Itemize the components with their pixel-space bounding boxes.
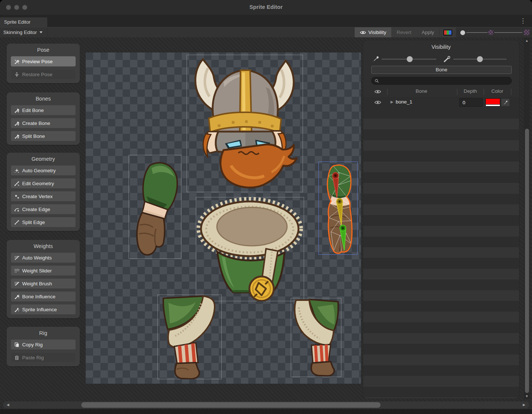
weight-slider-icon (14, 268, 20, 274)
edit-bone-icon (14, 108, 20, 113)
scroll-right-icon[interactable]: ▶ (523, 403, 525, 407)
button-label: Split Edge (22, 220, 45, 225)
alpha-zoom-sliders (456, 27, 532, 37)
sidebar-button-restore-pose[interactable]: Restore Pose (11, 69, 76, 79)
weight-brush-icon (14, 281, 20, 286)
section-title: Weights (11, 243, 76, 249)
horizontal-scrollbar[interactable]: ◀ ▶ (3, 401, 529, 408)
bone-color-swatch[interactable] (485, 98, 500, 106)
scroll-down-icon[interactable]: ▼ (524, 394, 530, 398)
rgb-channels-icon (443, 30, 452, 35)
section-title: Bones (11, 96, 76, 102)
copy-rig-icon (14, 342, 20, 347)
apply-button[interactable]: Apply (416, 27, 439, 37)
button-label: Copy Rig (22, 342, 43, 347)
visibility-toggle-button[interactable]: Visibility (355, 27, 392, 37)
viking-torso-sprite[interactable] (196, 197, 304, 301)
sidebar-button-bone-influence[interactable]: Bone Influence (11, 291, 76, 302)
sidebar-button-auto-geometry[interactable]: Auto Geometry (11, 165, 76, 176)
section-title: Rig (11, 330, 76, 336)
auto-weights-icon (14, 255, 20, 261)
slider-handle[interactable] (477, 56, 483, 62)
column-bone[interactable]: Bone (416, 88, 427, 94)
scroll-left-icon[interactable]: ◀ (7, 403, 9, 407)
viking-arm-selected-mesh-sprite[interactable] (318, 162, 358, 255)
eye-icon (374, 89, 381, 94)
revert-button[interactable]: Revert (391, 27, 416, 37)
sprite-canvas[interactable] (86, 52, 361, 384)
button-label: Paste Rig (22, 355, 44, 360)
sidebar-section-pose: PosePreview PoseRestore Pose (7, 44, 80, 83)
button-label: Auto Geometry (22, 168, 56, 173)
eyedropper-icon (503, 100, 508, 105)
scroll-up-icon[interactable]: ▲ (524, 39, 530, 43)
sprite-influence-icon (14, 307, 20, 312)
sidebar-button-edit-bone[interactable]: Edit Bone (11, 105, 76, 115)
sidebar-button-create-bone[interactable]: Create Bone (11, 118, 76, 128)
sidebar-section-geometry: GeometryAuto GeometryEdit GeometryCreate… (7, 153, 80, 231)
column-depth[interactable]: Depth (464, 88, 477, 94)
visibility-eye-icon[interactable] (374, 100, 381, 105)
paste-rig-icon (14, 355, 20, 360)
sidebar-button-sprite-influence[interactable]: Sprite Influence (11, 304, 76, 315)
expand-arrow-icon[interactable]: ▶ (391, 100, 393, 104)
button-label: Weight Slider (22, 268, 52, 274)
visibility-panel: Visibility Bone Bone Depth (363, 40, 519, 399)
button-label: Sprite Influence (22, 307, 57, 312)
bone-influence-icon (14, 294, 20, 299)
kebab-menu-icon[interactable]: ⋮ (520, 17, 526, 26)
button-label: Split Bone (22, 133, 45, 139)
bone-opacity-slider[interactable] (372, 55, 438, 63)
skinning-editor-dropdown[interactable]: Skinning Editor (0, 27, 47, 37)
sidebar-button-auto-weights[interactable]: Auto Weights (11, 252, 76, 263)
vertical-scrollbar-thumb[interactable] (525, 129, 529, 393)
chevron-down-icon (40, 31, 42, 33)
sidebar-button-create-edge[interactable]: Create Edge (11, 204, 76, 214)
main-area: PosePreview PoseRestore PoseBonesEdit Bo… (0, 37, 532, 414)
sidebar-section-weights: WeightsAuto WeightsWeight SliderWeight B… (7, 240, 80, 318)
tab-sprite-editor[interactable]: Sprite Editor (0, 17, 47, 27)
restore-pose-icon (14, 72, 20, 77)
auto-geometry-icon (14, 168, 20, 173)
empty-rows-stripes (363, 108, 519, 398)
sidebar-button-weight-slider[interactable]: Weight Slider (11, 265, 76, 276)
bone-name: bone_1 (396, 99, 412, 105)
sidebar-button-paste-rig[interactable]: Paste Rig (11, 352, 76, 363)
vertical-scrollbar[interactable]: ▲ ▼ (524, 38, 530, 399)
eyedropper-button[interactable] (501, 98, 510, 106)
viking-leg-left-sprite[interactable] (157, 295, 222, 379)
bone-table-row[interactable]: ▶ bone_1 (363, 97, 519, 108)
column-color[interactable]: Color (491, 88, 503, 94)
bone-category-button[interactable]: Bone (371, 66, 512, 74)
search-icon (375, 79, 379, 83)
rgb-channels-button[interactable] (439, 27, 456, 37)
slider-handle[interactable] (460, 30, 465, 35)
viking-leg-right-sprite[interactable] (291, 298, 341, 377)
split-edge-icon (14, 220, 20, 225)
sidebar-button-edit-geometry[interactable]: Edit Geometry (11, 178, 76, 189)
sidebar-button-copy-rig[interactable]: Copy Rig (11, 339, 76, 350)
section-title: Pose (11, 47, 76, 53)
sidebar-button-split-bone[interactable]: Split Bone (11, 131, 76, 141)
horizontal-scrollbar-thumb[interactable] (81, 402, 381, 408)
button-label: Restore Pose (22, 72, 52, 77)
button-label: Edit Bone (22, 108, 44, 113)
sidebar-button-create-vertex[interactable]: Create Vertex (11, 191, 76, 201)
bone-filled-icon (372, 55, 380, 63)
sidebar-button-split-edge[interactable]: Split Edge (11, 217, 76, 227)
editor-toolbar: Skinning Editor Visibility Revert Apply (0, 27, 532, 37)
viking-arm-sprite[interactable] (129, 155, 181, 259)
edit-geometry-icon (14, 181, 20, 186)
mesh-opacity-slider[interactable] (443, 55, 508, 63)
search-field[interactable] (371, 77, 512, 85)
bone-depth-input[interactable] (459, 98, 483, 107)
sidebar-button-preview-pose[interactable]: Preview Pose (11, 56, 76, 67)
button-label: Create Edge (22, 207, 50, 212)
slider-handle[interactable] (407, 56, 413, 62)
search-input[interactable] (381, 78, 509, 84)
button-label: Bone Influence (22, 294, 55, 299)
viking-head-sprite[interactable] (187, 55, 303, 192)
bone-table-header: Bone Depth Color (363, 88, 519, 96)
sidebar-button-weight-brush[interactable]: Weight Brush (11, 278, 76, 289)
button-label: Auto Weights (22, 255, 52, 261)
